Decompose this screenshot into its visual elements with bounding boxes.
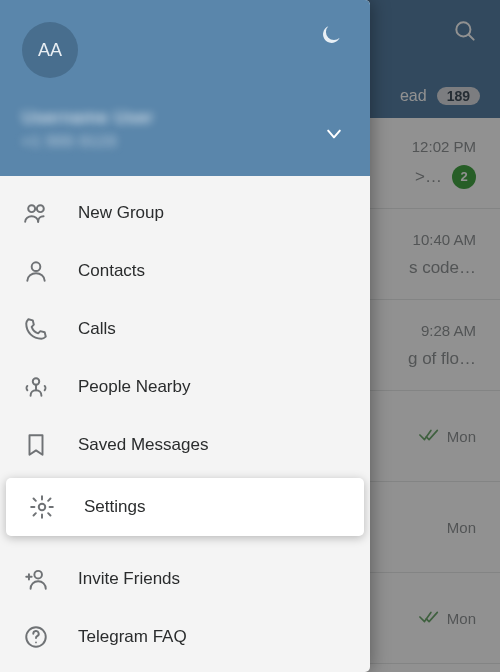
drawer-menu: New Group Contacts Calls People Nearby S…: [0, 176, 370, 666]
menu-separator: [0, 540, 370, 550]
menu-item-invite-friends[interactable]: Invite Friends: [0, 550, 370, 608]
menu-item-calls[interactable]: Calls: [0, 300, 370, 358]
drawer-user-phone: +1 555 0123: [22, 132, 348, 149]
menu-item-new-group[interactable]: New Group: [0, 184, 370, 242]
avatar-initials: AA: [38, 40, 62, 61]
person-icon: [22, 258, 50, 284]
menu-label: New Group: [78, 203, 164, 223]
svg-point-6: [39, 504, 46, 511]
bookmark-icon: [22, 432, 50, 458]
menu-label: Telegram FAQ: [78, 627, 187, 647]
menu-item-people-nearby[interactable]: People Nearby: [0, 358, 370, 416]
phone-icon: [22, 316, 50, 342]
navigation-drawer: AA Username User +1 555 0123 New Group C…: [0, 0, 370, 672]
night-mode-icon[interactable]: [318, 22, 344, 52]
people-nearby-icon: [22, 374, 50, 400]
svg-point-4: [32, 262, 41, 271]
gear-icon: [28, 494, 56, 520]
help-icon: [22, 624, 50, 650]
menu-label: People Nearby: [78, 377, 190, 397]
menu-item-saved-messages[interactable]: Saved Messages: [0, 416, 370, 474]
menu-item-contacts[interactable]: Contacts: [0, 242, 370, 300]
svg-point-7: [34, 571, 42, 579]
menu-label: Calls: [78, 319, 116, 339]
menu-label: Settings: [84, 497, 145, 517]
drawer-header: AA Username User +1 555 0123: [0, 0, 370, 176]
chevron-down-icon[interactable]: [324, 124, 344, 148]
svg-point-9: [35, 642, 37, 644]
avatar[interactable]: AA: [22, 22, 78, 78]
menu-item-faq[interactable]: Telegram FAQ: [0, 608, 370, 666]
add-person-icon: [22, 566, 50, 592]
group-icon: [22, 200, 50, 226]
menu-label: Invite Friends: [78, 569, 180, 589]
svg-point-2: [28, 205, 35, 212]
menu-label: Contacts: [78, 261, 145, 281]
menu-item-settings[interactable]: Settings: [6, 478, 364, 536]
menu-label: Saved Messages: [78, 435, 208, 455]
drawer-user-name: Username User: [22, 108, 348, 128]
svg-point-3: [37, 205, 44, 212]
